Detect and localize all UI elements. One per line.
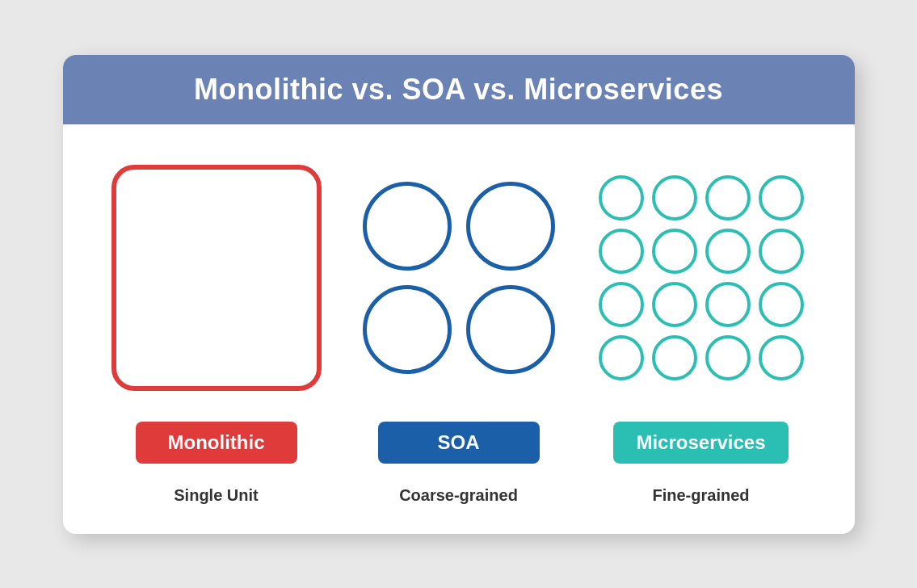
micro-circle-3 [705,175,751,220]
soa-sublabel: Coarse-grained [399,486,518,505]
micro-circle-4 [759,175,804,220]
micro-circle-13 [599,335,644,380]
microservices-badge: Microservices [613,422,788,464]
column-microservices: Microservices Fine-grained [588,157,814,505]
micro-circle-8 [759,229,804,274]
micro-circle-2 [652,175,697,220]
column-monolithic: Monolithic Single Unit [103,157,330,505]
card-header: Monolithic vs. SOA vs. Microservices [63,55,855,124]
microservices-shape-area [591,157,812,399]
monolithic-badge: Monolithic [136,422,297,464]
soa-circle-2 [466,182,555,271]
soa-circle-3 [363,285,452,374]
microservices-sublabel: Fine-grained [652,486,749,505]
soa-circle-4 [466,285,555,374]
micro-circle-5 [599,229,644,274]
micro-circle-12 [759,282,804,327]
micro-circle-10 [652,282,697,327]
micro-circle-16 [759,335,804,380]
monolithic-shape-area [111,157,322,399]
soa-circle-1 [363,182,452,271]
soa-circles-grid [355,174,563,382]
microservices-circles-grid [591,167,812,388]
micro-circle-6 [652,229,697,274]
micro-circle-14 [652,335,697,380]
soa-shape-area [355,157,563,399]
micro-circle-11 [705,282,751,327]
monolithic-shape [111,165,322,391]
monolithic-sublabel: Single Unit [174,486,258,505]
main-card: Monolithic vs. SOA vs. Microservices Mon… [63,55,855,534]
micro-circle-9 [599,282,644,327]
column-soa: SOA Coarse-grained [346,157,572,505]
micro-circle-1 [599,175,644,220]
micro-circle-15 [705,335,751,380]
page-title: Monolithic vs. SOA vs. Microservices [87,73,831,107]
micro-circle-7 [705,229,751,274]
card-body: Monolithic Single Unit SOA Coarse-graine… [63,124,855,534]
soa-badge: SOA [378,422,540,464]
